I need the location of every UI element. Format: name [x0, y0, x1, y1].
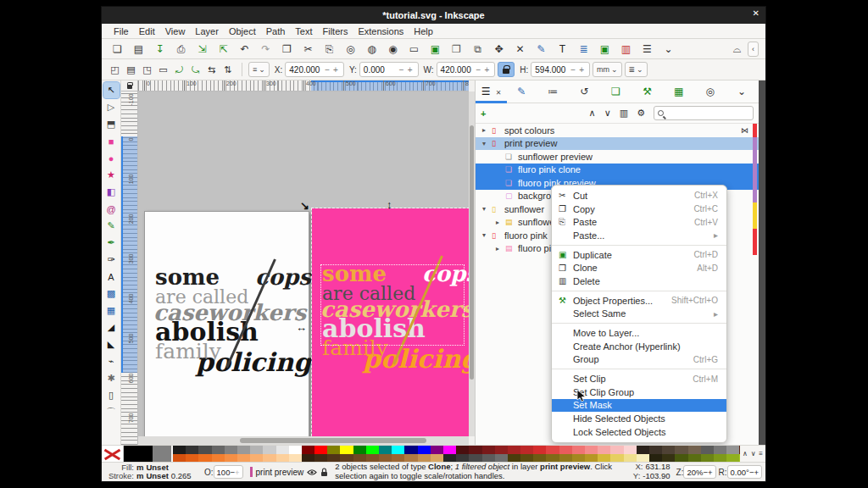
color-swatch[interactable] — [482, 454, 495, 462]
layer-label[interactable]: fluro pink clone — [518, 164, 581, 175]
toolbar-icon[interactable]: ⎙ — [170, 40, 192, 58]
color-swatch[interactable] — [276, 454, 289, 462]
expander-icon[interactable]: ▸ — [496, 219, 505, 226]
color-swatch[interactable] — [508, 446, 520, 454]
tool-button[interactable]: ⬒ — [103, 116, 120, 132]
tool-option-icon[interactable]: ◰ — [107, 64, 123, 75]
color-swatch[interactable] — [404, 446, 417, 454]
x-value[interactable]: 420.000 — [289, 65, 323, 75]
toolbar-icon[interactable]: ≣ — [573, 40, 594, 58]
toolbar-icon[interactable]: ↧ — [149, 40, 170, 58]
panel-tab[interactable]: ✎ — [507, 80, 538, 103]
y-field[interactable]: 0.000 − + — [359, 62, 419, 77]
tool-button[interactable]: ◣ — [103, 336, 120, 352]
color-swatch[interactable] — [366, 446, 379, 454]
tool-button[interactable]: ✒ — [103, 235, 120, 251]
menu-item[interactable]: Help — [409, 25, 438, 37]
context-menu-item[interactable] — [552, 245, 726, 246]
color-swatch[interactable] — [572, 454, 585, 462]
page-print-preview[interactable]: some cops are called caseworkers abolish… — [312, 208, 469, 436]
color-swatch[interactable] — [392, 454, 404, 462]
panel-tab[interactable]: ◎ — [696, 80, 727, 103]
tool-option-icon[interactable]: ⇆ — [203, 64, 220, 75]
eye-icon[interactable] — [307, 469, 317, 476]
color-swatch[interactable] — [469, 454, 481, 462]
color-swatch[interactable] — [431, 454, 443, 462]
color-swatch[interactable] — [173, 454, 186, 462]
color-swatch[interactable] — [533, 454, 546, 462]
unit-dropdown[interactable]: mm ⌄ — [593, 62, 622, 77]
plus-button[interactable]: + — [708, 468, 713, 477]
tool-button[interactable]: ▦ — [103, 302, 120, 319]
w-value[interactable]: 420.000 — [441, 65, 475, 75]
expander-icon[interactable]: ▸ — [496, 245, 505, 252]
menu-item[interactable]: Filters — [318, 25, 353, 37]
vertical-ruler[interactable]: -1000100200300400500600700 — [121, 92, 138, 445]
color-swatch[interactable] — [675, 454, 687, 462]
tool-button[interactable]: ◢ — [103, 319, 120, 336]
layer-row[interactable]: ❏ sunflower preview — [476, 150, 759, 164]
horizontal-scrollbar[interactable] — [138, 436, 469, 445]
color-swatch[interactable] — [456, 454, 469, 462]
color-swatch[interactable] — [263, 454, 275, 462]
color-swatch[interactable] — [263, 446, 275, 454]
color-swatch[interactable] — [404, 454, 417, 462]
tool-button[interactable]: ✱ — [103, 370, 120, 386]
h-value[interactable]: 594.000 — [535, 65, 569, 75]
layer-color-tag[interactable] — [753, 202, 757, 216]
expander-icon[interactable]: ▾ — [482, 140, 492, 147]
tool-button[interactable]: ▯ — [103, 387, 120, 403]
toolbar-icon[interactable]: ☰ — [637, 40, 658, 58]
color-swatch[interactable] — [585, 446, 598, 454]
color-swatch[interactable] — [495, 446, 508, 454]
color-swatch[interactable] — [637, 454, 649, 462]
fill-stroke-indicator[interactable]: Fill: m Unset Stroke: m Unset 0.265 — [102, 463, 202, 482]
panel-tab[interactable]: ☰ ✕ — [476, 80, 507, 103]
color-swatch[interactable] — [198, 454, 211, 462]
horizontal-ruler[interactable]: 0100200300400500600700800 — [138, 80, 469, 92]
panel-tab[interactable]: ⌄ — [727, 80, 759, 103]
bbox-type-dropdown[interactable]: ≡ ⌄ — [248, 62, 270, 77]
layer-color-tag[interactable] — [753, 190, 757, 203]
color-swatch[interactable] — [289, 446, 302, 454]
menu-item[interactable]: Text — [290, 25, 317, 37]
context-menu-item[interactable]: Lock Selected Objects — [552, 425, 726, 439]
color-swatch[interactable] — [237, 446, 250, 454]
toolbar-icon[interactable]: ▤ — [128, 40, 149, 58]
color-swatch[interactable] — [431, 446, 443, 454]
color-swatch[interactable] — [276, 446, 289, 454]
layer-label[interactable]: print preview — [504, 138, 557, 148]
w-field[interactable]: 420.000 − + — [437, 62, 496, 77]
color-swatch[interactable] — [212, 454, 225, 462]
context-menu-item[interactable] — [552, 323, 726, 324]
expander-icon[interactable]: ▸ — [482, 126, 492, 134]
color-swatch[interactable] — [649, 446, 662, 454]
tool-button[interactable]: ◧ — [103, 184, 120, 200]
color-swatch[interactable] — [701, 446, 714, 454]
color-swatch[interactable] — [186, 446, 198, 454]
context-menu-item[interactable]: ▣ Duplicate Ctrl+D — [552, 248, 726, 262]
toolbar-overflow-dropdown[interactable]: ≣ ⌄ — [625, 62, 648, 77]
plus-button[interactable]: + — [754, 468, 759, 477]
context-menu-item[interactable]: ▥ Delete — [552, 274, 726, 288]
context-menu-item[interactable]: Hide Selected Objects — [552, 412, 726, 425]
h-field[interactable]: 594.000 − + — [531, 62, 590, 77]
zoom-field[interactable]: 20% − + — [683, 465, 715, 479]
close-icon[interactable]: ✕ — [496, 89, 502, 97]
toolbar-icon[interactable]: ▣ — [594, 40, 615, 58]
tool-button[interactable]: A — [103, 269, 120, 285]
toolbar-icon[interactable]: ↶ — [234, 40, 255, 58]
zoom-value[interactable]: 20% — [687, 468, 703, 477]
page-original[interactable]: some cops are called caseworkers abolish… — [144, 211, 309, 436]
palette-menu-button[interactable]: ≡ — [759, 450, 763, 458]
menu-item[interactable]: Path — [261, 25, 291, 37]
panel-tab[interactable]: ▦ — [665, 80, 696, 103]
rotation-field[interactable]: 0.00° − + — [727, 465, 762, 479]
context-menu-item[interactable]: ✂ Cut Ctrl+X — [552, 189, 726, 202]
color-swatch[interactable] — [302, 446, 314, 454]
context-menu-item[interactable]: Move to Layer... — [552, 326, 726, 340]
color-swatch[interactable] — [559, 454, 572, 462]
tool-button[interactable]: @ — [103, 201, 120, 217]
color-swatch[interactable] — [624, 446, 637, 454]
palette-down-button[interactable]: ∨ — [751, 450, 756, 458]
